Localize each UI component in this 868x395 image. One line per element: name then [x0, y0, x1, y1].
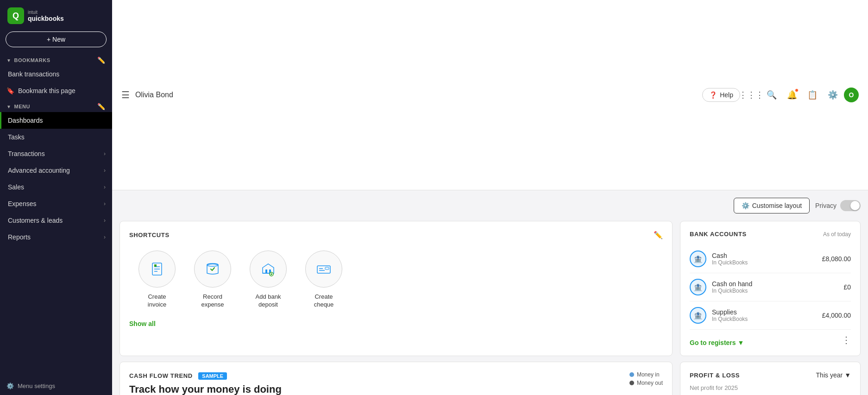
customise-layout-button[interactable]: ⚙️ Customise layout [734, 198, 810, 213]
advanced-accounting-chevron-icon: › [104, 167, 106, 174]
bookmarks-section-header[interactable]: ▼ BOOKMARKS ✏️ [0, 53, 112, 66]
money-out-label: Money out [637, 380, 663, 386]
bank-amount-cash-on-hand: £0 [843, 283, 851, 291]
shortcut-record-expense[interactable]: Recordexpense [194, 251, 231, 309]
search-button[interactable]: 🔍 [762, 86, 781, 104]
help-button[interactable]: ❓ Help [702, 88, 740, 102]
bank-name-cash-on-hand: Cash on hand [712, 280, 838, 288]
create-cheque-label: Createcheque [314, 293, 334, 309]
reports-chevron-icon: › [104, 234, 106, 240]
menu-edit-icon[interactable]: ✏️ [97, 103, 106, 110]
sidebar-item-dashboards[interactable]: Dashboards [0, 112, 112, 129]
bank-sub-cash: In QuickBooks [712, 259, 817, 266]
create-invoice-label: Createinvoice [148, 293, 166, 309]
net-profit-label: Net profit for 2025 [690, 384, 851, 391]
shortcut-create-invoice[interactable]: Createinvoice [138, 251, 176, 309]
sidebar-item-customers-leads[interactable]: Customers & leads › [0, 212, 112, 229]
as-of-today-label: As of today [823, 231, 851, 238]
privacy-toggle-container: Privacy [815, 200, 861, 211]
sidebar-item-bank-transactions[interactable]: Bank transactions [0, 66, 112, 82]
sample-badge: SAMPLE [198, 372, 227, 380]
shortcut-create-cheque[interactable]: Createcheque [305, 251, 342, 309]
dashboards-label: Dashboards [8, 117, 43, 124]
profit-loss-header: PROFIT & LOSS This year ▼ [690, 371, 851, 379]
bank-amount-cash: £8,080.00 [822, 255, 851, 263]
settings-button[interactable]: ⚙️ [824, 86, 842, 104]
logo-intuit: intuit [28, 10, 64, 15]
sales-label: Sales [8, 183, 24, 191]
logo-text: intuit quickbooks [28, 10, 64, 22]
expenses-chevron-icon: › [104, 201, 106, 207]
bookmark-page-label: Bookmark this page [18, 87, 75, 94]
svg-rect-4 [154, 264, 157, 267]
cash-flow-content: CASH FLOW TREND SAMPLE Track how your mo… [129, 371, 411, 395]
sidebar-item-reports[interactable]: Reports › [0, 229, 112, 245]
topbar-left: ☰ Olivia Bond [121, 89, 173, 100]
topbar-user-name: Olivia Bond [135, 91, 173, 99]
sidebar-item-tasks[interactable]: Tasks [0, 129, 112, 145]
expenses-label: Expenses [8, 200, 36, 207]
year-selector-button[interactable]: This year ▼ [816, 371, 851, 379]
profit-amount-value: £0 [690, 393, 708, 395]
bookmarks-edit-icon[interactable]: ✏️ [97, 56, 106, 64]
advanced-accounting-label: Advanced accounting [8, 167, 70, 174]
privacy-toggle-switch[interactable] [840, 200, 861, 211]
go-to-registers-button[interactable]: Go to registers ▼ [690, 339, 744, 346]
bank-icon-cash-on-hand: 🏦 [690, 279, 706, 295]
hamburger-menu-icon[interactable]: ☰ [121, 89, 130, 100]
create-invoice-icon [138, 251, 176, 288]
bank-name-supplies: Supplies [712, 308, 817, 316]
bank-sub-cash-on-hand: In QuickBooks [712, 288, 838, 294]
profit-loss-card: PROFIT & LOSS This year ▼ Net profit for… [680, 362, 861, 395]
shortcuts-title: SHORTCUTS [129, 232, 170, 238]
shortcuts-grid: Createinvoice Recordexpense [129, 251, 663, 318]
bookmarks-chevron-icon: ▼ [6, 58, 11, 63]
shortcuts-edit-button[interactable]: ✏️ [654, 231, 663, 239]
sidebar-logo: Q intuit quickbooks [0, 0, 112, 30]
year-selector-label: This year [816, 371, 843, 379]
main-content: ⚙️ Customise layout Privacy SHORTCUTS ✏️ [112, 190, 868, 395]
clipboard-icon: 📋 [807, 90, 818, 100]
bank-accounts-more-button[interactable]: ⋮ [842, 334, 851, 345]
cash-flow-tag: CASH FLOW TREND [129, 372, 193, 379]
top-actions-bar: ⚙️ Customise layout Privacy [120, 198, 861, 215]
settings-gear-icon: ⚙️ [6, 382, 14, 389]
sales-chevron-icon: › [104, 184, 106, 190]
record-expense-label: Recordexpense [201, 293, 224, 309]
sidebar-item-advanced-accounting[interactable]: Advanced accounting › [0, 162, 112, 179]
bank-info-cash-on-hand: Cash on hand In QuickBooks [712, 280, 838, 294]
legend-money-in: Money in [629, 371, 663, 378]
clipboard-button[interactable]: 📋 [803, 86, 822, 104]
avatar[interactable]: O [844, 88, 859, 102]
sidebar-item-sales[interactable]: Sales › [0, 179, 112, 195]
topbar-right: ❓ Help ⋮⋮⋮ 🔍 🔔 📋 ⚙️ O [702, 86, 859, 104]
cash-flow-header: CASH FLOW TREND SAMPLE [129, 371, 411, 380]
menu-settings[interactable]: ⚙️ Menu settings [0, 377, 112, 395]
go-to-registers-label: Go to registers [690, 339, 736, 346]
new-button[interactable]: + New [6, 31, 107, 47]
profit-loss-title: PROFIT & LOSS [690, 372, 740, 379]
bank-account-cash-on-hand: 🏦 Cash on hand In QuickBooks £0 [690, 273, 851, 301]
apps-grid-button[interactable]: ⋮⋮⋮ [742, 86, 761, 104]
go-to-registers-chevron-icon: ▼ [738, 339, 744, 346]
bank-accounts-card: BANK ACCOUNTS As of today 🏦 Cash In Quic… [680, 221, 861, 356]
bank-account-supplies: 🏦 Supplies In QuickBooks £4,000.00 [690, 301, 851, 330]
notifications-button[interactable]: 🔔 [783, 86, 801, 104]
money-in-dot [629, 372, 634, 377]
sidebar-item-expenses[interactable]: Expenses › [0, 195, 112, 212]
cash-flow-legend: Money in Money out [629, 371, 663, 386]
shortcut-add-bank-deposit[interactable]: Add bankdeposit [250, 251, 287, 309]
bank-amount-supplies: £4,000.00 [822, 312, 851, 319]
show-all-button[interactable]: Show all [129, 318, 156, 329]
sidebar-item-transactions[interactable]: Transactions › [0, 145, 112, 162]
sidebar-item-bookmark-page[interactable]: 🔖 Bookmark this page [0, 82, 112, 99]
profit-amount: £0 i [690, 393, 851, 395]
sidebar: Q intuit quickbooks + New ▼ BOOKMARKS ✏️… [0, 0, 112, 395]
help-label: Help [720, 91, 733, 99]
transactions-chevron-icon: › [104, 150, 106, 157]
create-cheque-icon [305, 251, 342, 288]
top-cards-row: SHORTCUTS ✏️ [120, 221, 861, 356]
logo-quickbooks: quickbooks [28, 15, 64, 22]
menu-chevron-icon: ▼ [6, 104, 11, 109]
menu-section-header[interactable]: ▼ MENU ✏️ [0, 99, 112, 112]
